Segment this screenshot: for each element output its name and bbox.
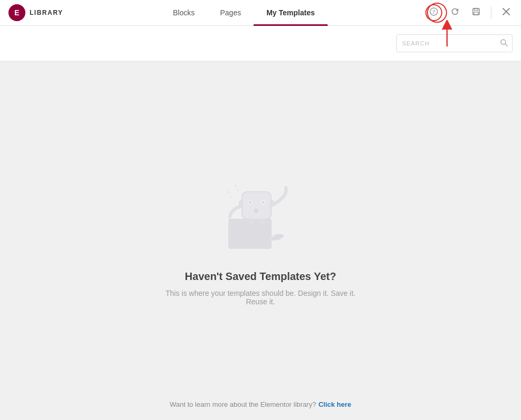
tab-pages[interactable]: Pages	[207, 1, 254, 26]
search-icon-button[interactable]	[495, 35, 512, 52]
svg-point-23	[247, 224, 255, 228]
svg-point-16	[249, 201, 251, 203]
empty-title: Haven't Saved Templates Yet?	[185, 270, 336, 283]
close-icon	[503, 8, 510, 17]
refresh-icon	[451, 7, 459, 18]
svg-rect-13	[242, 192, 271, 219]
svg-point-17	[262, 201, 264, 203]
search-wrapper	[396, 34, 513, 52]
svg-point-18	[254, 209, 258, 213]
search-icon	[500, 39, 508, 48]
main-content: ~ ≈ △ ✦ Haven't Saved Templates Yet? Thi…	[0, 61, 521, 394]
empty-illustration: ~ ≈ △ ✦	[208, 170, 313, 255]
footer-link[interactable]: Click here	[319, 400, 351, 408]
header-divider	[491, 6, 491, 19]
tab-my-templates[interactable]: My Templates	[254, 1, 328, 26]
help-button[interactable]: ?	[425, 4, 442, 21]
svg-text:~: ~	[230, 193, 234, 201]
svg-text:✦: ✦	[234, 184, 238, 189]
logo-area: E LIBRARY	[0, 4, 69, 21]
help-icon: ?	[430, 7, 438, 18]
library-title: LIBRARY	[30, 9, 63, 16]
empty-subtitle: This is where your templates should be. …	[155, 289, 366, 306]
close-button[interactable]	[498, 4, 515, 21]
tab-blocks[interactable]: Blocks	[160, 1, 207, 26]
svg-point-24	[258, 224, 266, 228]
save-button[interactable]	[468, 4, 485, 21]
svg-text:?: ?	[433, 9, 435, 15]
search-bar	[0, 26, 521, 61]
header: E LIBRARY Blocks Pages My Templates ?	[0, 0, 521, 26]
header-actions: ?	[419, 4, 521, 21]
svg-text:△: △	[227, 189, 230, 194]
save-icon	[472, 7, 480, 18]
search-input[interactable]	[397, 36, 495, 50]
nav-tabs: Blocks Pages My Templates	[69, 0, 419, 25]
svg-line-10	[505, 44, 507, 46]
footer: Want to learn more about the Elementor l…	[0, 388, 521, 420]
refresh-button[interactable]	[446, 4, 463, 21]
elementor-logo: E	[8, 4, 25, 21]
footer-text: Want to learn more about the Elementor l…	[170, 400, 316, 408]
